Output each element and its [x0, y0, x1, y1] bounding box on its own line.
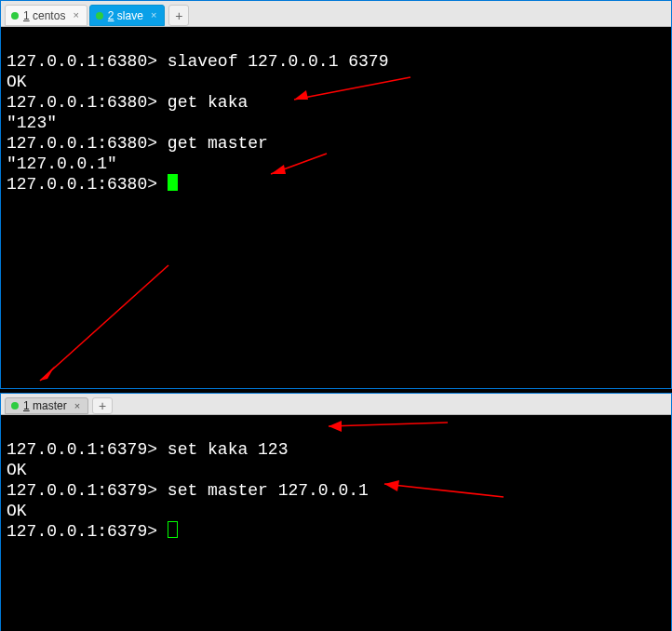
svg-marker-9	[384, 480, 399, 491]
status-dot-icon	[11, 402, 19, 409]
tab-master[interactable]: 1 master ×	[5, 397, 88, 414]
svg-line-0	[294, 77, 410, 100]
output-line: OK	[7, 502, 27, 520]
close-icon[interactable]: ×	[73, 10, 78, 20]
svg-marker-5	[40, 366, 55, 381]
tab-slave[interactable]: 2 slave ×	[89, 5, 165, 26]
prompt: 127.0.0.1:6379>	[7, 440, 168, 459]
prompt: 127.0.0.1:6380>	[7, 93, 168, 112]
annotation-arrow-icon	[280, 72, 420, 109]
status-dot-icon	[96, 12, 103, 20]
output-line: "123"	[7, 114, 57, 132]
command: get kaka	[168, 93, 248, 112]
svg-marker-7	[329, 421, 342, 432]
terminal-pane-top: 1 centos × 2 slave × + 127.0.0.1:6380> s…	[0, 0, 672, 389]
annotation-arrow-icon	[317, 413, 457, 441]
command: set master 127.0.0.1	[168, 481, 369, 500]
output-line: "127.0.0.1"	[7, 154, 117, 173]
tab-hotkey: 2	[108, 9, 114, 22]
annotation-arrow-icon	[29, 260, 178, 390]
close-icon[interactable]: ×	[151, 10, 156, 20]
tab-label: centos	[30, 9, 66, 22]
tab-bar-top: 1 centos × 2 slave × +	[1, 1, 671, 27]
output-line: OK	[7, 73, 27, 91]
svg-line-8	[384, 484, 504, 497]
new-tab-button[interactable]: +	[92, 397, 113, 414]
terminal-output-bottom[interactable]: 127.0.0.1:6379> set kaka 123 OK 127.0.0.…	[1, 415, 671, 631]
command: slaveof 127.0.0.1 6379	[168, 52, 389, 71]
prompt: 127.0.0.1:6379>	[7, 481, 168, 500]
cursor-icon	[168, 521, 178, 538]
prompt: 127.0.0.1:6380>	[7, 175, 168, 194]
tab-centos[interactable]: 1 centos ×	[5, 5, 87, 26]
plus-icon: +	[99, 399, 106, 412]
terminal-pane-bottom: 1 master × + 127.0.0.1:6379> set kaka 12…	[0, 393, 672, 631]
command: set kaka 123	[168, 440, 289, 459]
svg-line-2	[271, 154, 327, 174]
annotation-arrow-icon	[262, 148, 336, 185]
prompt: 127.0.0.1:6380>	[7, 52, 168, 71]
svg-line-4	[40, 265, 168, 381]
svg-marker-3	[271, 165, 286, 174]
tab-hotkey: 1	[23, 9, 30, 22]
cursor-icon	[168, 174, 178, 191]
svg-marker-1	[294, 90, 308, 100]
tab-label: master	[30, 399, 67, 412]
new-tab-button[interactable]: +	[168, 5, 189, 26]
command: get master	[168, 134, 268, 153]
tab-hotkey: 1	[23, 399, 30, 412]
output-line: OK	[7, 461, 27, 479]
tab-bar-bottom: 1 master × +	[1, 394, 671, 415]
prompt: 127.0.0.1:6379>	[7, 522, 168, 541]
status-dot-icon	[11, 12, 19, 20]
prompt: 127.0.0.1:6380>	[7, 134, 168, 153]
plus-icon: +	[175, 9, 182, 22]
svg-line-6	[329, 423, 448, 426]
annotation-arrow-icon	[373, 471, 513, 508]
tab-label: slave	[114, 9, 143, 22]
terminal-output-top[interactable]: 127.0.0.1:6380> slaveof 127.0.0.1 6379 O…	[1, 27, 671, 388]
close-icon[interactable]: ×	[74, 401, 80, 411]
